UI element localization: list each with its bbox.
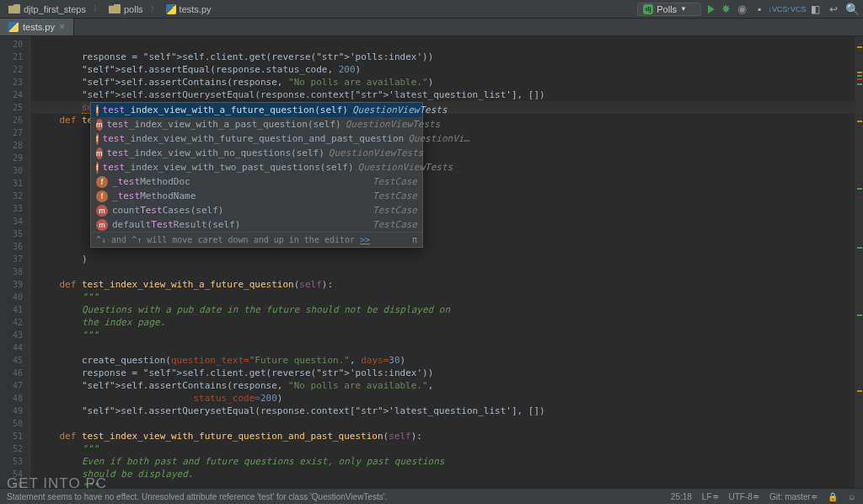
vcs-update-button[interactable]: ↓VCS [772, 3, 784, 15]
autocomplete-item[interactable]: mtest_index_view_with_no_questions(self)… [91, 146, 422, 160]
cursor-position[interactable]: 25:18 [671, 492, 692, 501]
completion-kind-icon: m [96, 219, 108, 231]
chevron-down-icon: ▼ [680, 5, 687, 13]
line-gutter: 2021222324252627282930313233343536373839… [0, 36, 30, 488]
autocomplete-item[interactable]: mdefaultTestResult(self)TestCase [91, 217, 422, 232]
completion-kind-icon: f [96, 133, 99, 145]
tab-tests-py[interactable]: tests.py × [0, 19, 74, 35]
completion-kind-icon: f [96, 162, 99, 174]
close-icon[interactable]: × [59, 21, 65, 33]
autocomplete-item[interactable]: ftest_index_view_with_future_question_an… [91, 131, 422, 146]
autocomplete-item[interactable]: mtest_index_view_with_a_past_question(se… [91, 117, 422, 131]
error-stripe[interactable] [855, 36, 863, 488]
breadcrumb-folder[interactable]: polls [105, 3, 147, 16]
hector-icon[interactable]: ☺ [848, 492, 856, 501]
completion-kind-icon: f [96, 190, 108, 202]
editor-tabs: tests.py × [0, 19, 863, 36]
completion-kind-icon: m [96, 147, 103, 159]
folder-icon [109, 4, 121, 13]
chevron-right-icon: 〉 [93, 3, 102, 15]
autocomplete-hint: ^↓ and ^↑ will move caret down and up in… [91, 232, 422, 247]
django-icon: dj [643, 4, 653, 14]
git-branch[interactable]: Git: master≑ [769, 492, 817, 501]
file-encoding[interactable]: UTF-8≑ [729, 492, 759, 501]
python-file-icon [166, 4, 176, 14]
python-file-icon [8, 22, 19, 32]
vcs-commit-button[interactable]: ↑VCS [791, 3, 802, 15]
editor[interactable]: 2021222324252627282930313233343536373839… [0, 36, 863, 488]
run-with-coverage-button[interactable]: ◉ [737, 3, 747, 15]
completion-kind-icon: f [96, 176, 108, 188]
debug-button[interactable]: ✸ [721, 3, 731, 15]
vcs-history-button[interactable]: ◧ [809, 3, 821, 15]
autocomplete-item[interactable]: ftest_index_view_with_a_future_question(… [91, 103, 422, 117]
toolbar-right: djPolls ▼ ✸ ◉ ▪ ↓VCS ↑VCS ◧ ↩ 🔍 [637, 3, 858, 16]
breadcrumb-file[interactable]: tests.py [163, 3, 215, 16]
top-toolbar: djtp_first_steps 〉 polls 〉 tests.py djPo… [0, 0, 863, 19]
folder-icon [8, 4, 20, 13]
profile-button[interactable]: ▪ [753, 3, 765, 15]
run-button[interactable] [708, 5, 715, 13]
completion-kind-icon: f [96, 105, 99, 116]
chevron-right-icon: 〉 [150, 3, 159, 15]
line-separator[interactable]: LF≑ [702, 492, 719, 501]
autocomplete-item[interactable]: ftest_index_view_with_two_past_questions… [91, 160, 422, 174]
autocomplete-item[interactable]: f_testMethodDocTestCase [91, 174, 422, 189]
breadcrumb-root[interactable]: djtp_first_steps [5, 3, 89, 16]
lock-icon[interactable]: 🔒 [828, 492, 838, 501]
run-config-selector[interactable]: djPolls ▼ [637, 3, 701, 16]
autocomplete-item[interactable]: f_testMethodNameTestCase [91, 189, 422, 203]
completion-kind-icon: m [96, 205, 108, 217]
editor-actions-link[interactable]: >> [360, 235, 370, 244]
autocomplete-popup[interactable]: ftest_index_view_with_a_future_question(… [90, 102, 423, 248]
vcs-revert-button[interactable]: ↩ [828, 3, 839, 15]
search-everywhere-icon[interactable]: 🔍 [846, 3, 858, 15]
watermark: GET INTO PC [7, 475, 107, 492]
autocomplete-item[interactable]: mcountTestCases(self)TestCase [91, 203, 422, 217]
status-message: Statement seems to have no effect. Unres… [7, 492, 387, 501]
breadcrumb: djtp_first_steps 〉 polls 〉 tests.py [5, 3, 215, 16]
completion-kind-icon: m [96, 119, 103, 131]
status-bar: Statement seems to have no effect. Unres… [0, 488, 863, 504]
